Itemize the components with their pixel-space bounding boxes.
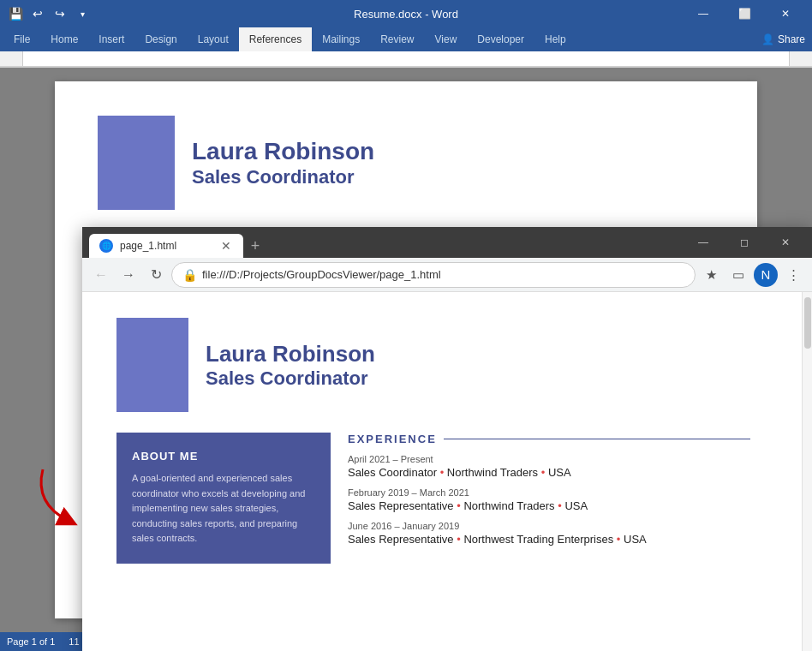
tab-insert[interactable]: Insert xyxy=(88,27,134,51)
word-count: 11 xyxy=(69,636,79,647)
save-icon[interactable]: 💾 xyxy=(7,5,24,22)
browser-restore-button[interactable]: ◻ xyxy=(725,230,764,254)
ribbon-tab-bar: File Home Insert Design Layout Reference… xyxy=(0,27,812,51)
resume-job-title: Sales Coordinator xyxy=(192,166,374,188)
browser-resume-main: EXPERIENCE April 2021 – Present Sales Co… xyxy=(331,433,767,564)
page-count: Page 1 of 1 xyxy=(7,636,55,647)
experience-item-2: February 2019 – March 2021 Sales Represe… xyxy=(348,487,750,512)
redo-icon[interactable]: ↪ xyxy=(51,5,69,22)
close-button[interactable]: ✕ xyxy=(766,0,805,27)
browser-window: 🌐 page_1.html ✕ + — ◻ ✕ ← → ↻ 🔒 file:///… xyxy=(82,227,812,651)
ruler xyxy=(0,51,812,67)
tab-references[interactable]: References xyxy=(239,27,312,51)
resume-name-area: Laura Robinson Sales Coordinator xyxy=(175,137,374,188)
browser-resume-sidebar: ABOUT ME A goal-oriented and experienced… xyxy=(116,433,331,564)
new-tab-button[interactable]: + xyxy=(243,234,267,258)
tab-help[interactable]: Help xyxy=(534,27,576,51)
word-title: Resume.docx - Word xyxy=(354,8,458,21)
browser-title-bar: 🌐 page_1.html ✕ + — ◻ ✕ xyxy=(82,227,812,258)
exp-title-1: Sales Coordinator • Northwind Traders • … xyxy=(348,466,750,479)
browser-address-bar: ← → ↻ 🔒 file:///D:/Projects/GroupDocsVie… xyxy=(82,258,812,292)
word-ribbon: File Home Insert Design Layout Reference… xyxy=(0,27,812,68)
minimize-button[interactable]: — xyxy=(684,0,723,27)
tab-design[interactable]: Design xyxy=(134,27,187,51)
browser-resume-body: ABOUT ME A goal-oriented and experienced… xyxy=(116,433,767,564)
person-icon: 👤 xyxy=(761,33,774,45)
tab-review[interactable]: Review xyxy=(370,27,424,51)
experience-section-title: EXPERIENCE xyxy=(348,433,750,445)
address-text: file:///D:/Projects/GroupDocsViewer/page… xyxy=(202,268,441,281)
window-controls: — ⬜ ✕ xyxy=(684,0,805,27)
about-me-text: A goal-oriented and experienced sales co… xyxy=(132,471,315,546)
browser-resume-name-area: Laura Robinson Sales Coordinator xyxy=(188,341,375,390)
share-area: 👤 Share xyxy=(761,27,812,51)
profile-icon[interactable]: N xyxy=(754,263,778,287)
exp-date-3: June 2016 – January 2019 xyxy=(348,521,750,531)
experience-item-3: June 2016 – January 2019 Sales Represent… xyxy=(348,521,750,546)
undo-icon[interactable]: ↩ xyxy=(29,5,46,22)
resume-name: Laura Robinson xyxy=(192,137,374,166)
customize-qat-icon[interactable]: ▾ xyxy=(74,5,91,22)
menu-icon[interactable]: ⋮ xyxy=(781,263,805,287)
split-tab-icon[interactable]: ▭ xyxy=(726,263,750,287)
tab-mailings[interactable]: Mailings xyxy=(312,27,370,51)
quick-access-toolbar: 💾 ↩ ↪ ▾ xyxy=(7,5,91,22)
tab-view[interactable]: View xyxy=(425,27,468,51)
scrollbar-thumb[interactable] xyxy=(804,297,811,349)
browser-resume-photo xyxy=(116,318,188,412)
resume-photo-placeholder xyxy=(98,116,175,210)
browser-minimize-button[interactable]: — xyxy=(684,230,723,254)
browser-content: Laura Robinson Sales Coordinator ABOUT M… xyxy=(82,292,812,651)
exp-title-2: Sales Representative • Northwind Traders… xyxy=(348,499,750,512)
browser-resume-name: Laura Robinson xyxy=(206,341,375,367)
browser-close-button[interactable]: ✕ xyxy=(766,230,805,254)
tab-file[interactable]: File xyxy=(3,27,40,51)
tab-layout[interactable]: Layout xyxy=(188,27,239,51)
tab-home[interactable]: Home xyxy=(40,27,88,51)
experience-item-1: April 2021 – Present Sales Coordinator •… xyxy=(348,454,750,479)
address-input[interactable]: 🔒 file:///D:/Projects/GroupDocsViewer/pa… xyxy=(171,262,696,288)
forward-button[interactable]: → xyxy=(116,263,140,287)
browser-page: Laura Robinson Sales Coordinator ABOUT M… xyxy=(82,292,802,651)
exp-date-2: February 2019 – March 2021 xyxy=(348,487,750,498)
share-label: Share xyxy=(778,33,805,45)
exp-title-3: Sales Representative • Northwest Trading… xyxy=(348,533,750,546)
tab-close-button[interactable]: ✕ xyxy=(219,239,233,253)
browser-scrollbar[interactable] xyxy=(802,292,812,651)
maximize-button[interactable]: ⬜ xyxy=(725,0,764,27)
exp-date-1: April 2021 – Present xyxy=(348,454,750,464)
browser-resume-header: Laura Robinson Sales Coordinator xyxy=(116,318,767,412)
ruler-inner xyxy=(22,51,790,66)
share-button[interactable]: 👤 Share xyxy=(761,33,805,45)
resume-header: Laura Robinson Sales Coordinator xyxy=(98,116,714,210)
tab-developer[interactable]: Developer xyxy=(467,27,534,51)
about-me-title: ABOUT ME xyxy=(132,450,315,463)
secure-icon: 🔒 xyxy=(182,268,197,282)
browser-action-icons: ★ ▭ N ⋮ xyxy=(699,263,805,287)
bookmark-icon[interactable]: ★ xyxy=(699,263,723,287)
browser-resume-job-title: Sales Coordinator xyxy=(206,367,375,390)
browser-tab-active[interactable]: 🌐 page_1.html ✕ xyxy=(89,234,243,258)
arrow-annotation xyxy=(17,461,103,529)
back-button[interactable]: ← xyxy=(89,263,113,287)
section-divider xyxy=(444,439,750,439)
browser-tab-icon: 🌐 xyxy=(99,239,113,253)
browser-window-controls: — ◻ ✕ xyxy=(684,230,805,254)
word-title-bar: 💾 ↩ ↪ ▾ Resume.docx - Word — ⬜ ✕ xyxy=(0,0,812,27)
tab-title: page_1.html xyxy=(120,240,176,252)
refresh-button[interactable]: ↻ xyxy=(144,263,168,287)
